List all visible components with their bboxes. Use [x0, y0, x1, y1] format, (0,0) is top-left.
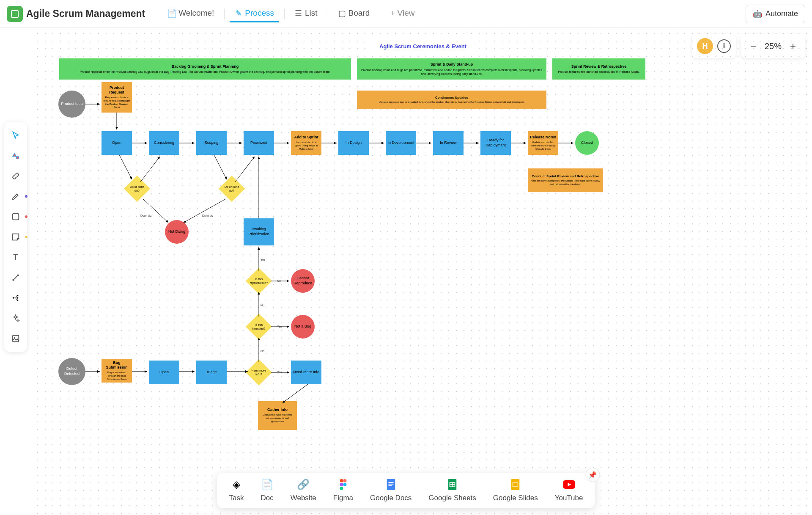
insert-website[interactable]: 🔗Website — [291, 479, 316, 502]
phase-review[interactable]: Sprint Review & Retrospective Product fe… — [552, 58, 645, 80]
node-subtitle: Requester submits a feature request thro… — [103, 96, 130, 109]
node-need-more[interactable]: Need more info? — [246, 359, 272, 386]
list-icon: ☰ — [295, 9, 302, 17]
left-toolbar — [4, 122, 27, 352]
node-subtitle: Bug is submitted through the Bug Submiss… — [103, 371, 130, 381]
pen-tool[interactable] — [6, 187, 25, 206]
mindmap-tool[interactable] — [6, 289, 25, 307]
node-intended[interactable]: Is this intended? — [246, 314, 272, 340]
svg-rect-21 — [511, 479, 520, 490]
node-bug-submission[interactable]: Bug Submission Bug is submitted through … — [102, 359, 132, 383]
insert-gdocs[interactable]: Google Docs — [370, 479, 411, 502]
svg-point-9 — [343, 479, 346, 482]
add-view-label: + View — [390, 8, 414, 18]
tab-process[interactable]: ✎ Process — [230, 5, 279, 22]
phase-sprint[interactable]: Sprint & Daily Stand-up Product backlog … — [357, 58, 546, 80]
node-title: Gather Info — [267, 408, 288, 413]
node-defect[interactable]: Defect Detected — [58, 358, 85, 385]
arrow-label: Don't do — [140, 214, 151, 217]
insert-gsheets[interactable]: Google Sheets — [428, 479, 476, 502]
tab-list[interactable]: ☰ List — [290, 5, 323, 22]
phase-subtitle: Product requests enter the Product Backl… — [80, 70, 330, 74]
automate-button[interactable]: 🤖 Automate — [746, 5, 805, 23]
arrow-label: Yes — [261, 258, 265, 261]
link-tool[interactable] — [6, 167, 25, 185]
app-icon[interactable] — [7, 6, 23, 22]
node-triage[interactable]: Triage — [196, 361, 227, 384]
diagram-title: Agile Scrum Ceremonies & Event — [371, 40, 475, 53]
whiteboard-canvas[interactable]: Agile Scrum Ceremonies & Event Backlog G… — [34, 30, 812, 515]
node-in-design[interactable]: In Design — [338, 131, 369, 155]
svg-point-4 — [17, 297, 19, 299]
ai-tool[interactable] — [6, 309, 25, 328]
tab-label: Board — [348, 8, 370, 18]
svg-point-2 — [13, 297, 14, 299]
shapes-tool[interactable] — [6, 146, 25, 165]
node-do-dont-2[interactable]: Do or don't do? — [219, 176, 245, 202]
node-scoping[interactable]: Scoping — [196, 131, 227, 155]
node-label: Do or don't do? — [129, 185, 145, 193]
node-prioritized[interactable]: Prioritized — [244, 131, 274, 155]
image-tool[interactable] — [6, 329, 25, 348]
svg-point-10 — [340, 483, 343, 486]
doc-pin-icon: 📄 — [168, 9, 176, 17]
text-tool[interactable] — [6, 248, 25, 267]
node-title: Conduct Sprint Review and Retrospective — [532, 174, 599, 179]
node-retro[interactable]: Conduct Sprint Review and Retrospective … — [528, 168, 603, 192]
node-ready-deploy[interactable]: Ready for Deployment — [480, 131, 511, 155]
node-title: Release Notes — [530, 135, 556, 140]
node-release-notes[interactable]: Release Notes Update and publish Release… — [528, 131, 558, 155]
svg-rect-15 — [388, 484, 393, 485]
gsheets-icon — [447, 479, 458, 490]
svg-rect-1 — [13, 214, 19, 220]
connector-tool[interactable] — [6, 268, 25, 287]
node-reproducible[interactable]: Is this reproducible? — [246, 268, 272, 294]
select-tool[interactable] — [6, 126, 25, 145]
insert-task[interactable]: ◈Task — [229, 479, 244, 502]
rectangle-tool[interactable] — [6, 207, 25, 226]
node-considering[interactable]: Considering — [149, 131, 179, 155]
node-add-sprint[interactable]: Add to Sprint Item is added to a Sprint … — [291, 131, 321, 155]
item-label: YouTube — [555, 494, 583, 502]
node-do-dont-1[interactable]: Do or don't do? — [124, 176, 150, 202]
node-in-dev[interactable]: In Development — [386, 131, 416, 155]
phase-subtitle: Product features are launched and includ… — [558, 70, 640, 74]
node-open[interactable]: Open — [102, 131, 132, 155]
arrow-label: No — [261, 350, 264, 353]
node-open-2[interactable]: Open — [149, 361, 179, 384]
pin-button[interactable]: 📌 — [585, 468, 600, 482]
sticky-note-tool[interactable] — [6, 228, 25, 246]
tab-welcome[interactable]: 📄 Welcome! — [163, 5, 219, 22]
insert-figma[interactable]: Figma — [333, 479, 353, 502]
node-title: Continuous Updates — [435, 96, 468, 100]
node-product-idea[interactable]: Product Idea — [58, 91, 85, 118]
phase-backlog[interactable]: Backlog Grooming & Sprint Planning Produ… — [59, 58, 351, 80]
arrow-label: Yes — [277, 325, 282, 328]
svg-point-7 — [14, 337, 15, 338]
node-not-bug[interactable]: Not a Bug — [291, 315, 315, 339]
node-in-review[interactable]: In Review — [433, 131, 464, 155]
tab-board[interactable]: ▢ Board — [333, 5, 375, 22]
svg-rect-6 — [13, 336, 19, 342]
figma-icon — [337, 479, 349, 490]
node-gather[interactable]: Gather Info Collaborate with requester u… — [258, 401, 297, 430]
top-bar: Agile Scrum Management 📄 Welcome! ✎ Proc… — [0, 0, 812, 28]
node-need-more-info[interactable]: Need More Info — [291, 361, 321, 384]
svg-point-12 — [340, 487, 343, 490]
node-cannot-repro[interactable]: Cannot Reproduce — [291, 269, 315, 293]
node-subtitle: Update and publish Release Notes using C… — [529, 141, 557, 151]
insert-youtube[interactable]: YouTube — [555, 479, 583, 502]
node-product-request[interactable]: Product Request Requester submits a feat… — [102, 82, 132, 113]
add-view-button[interactable]: + View — [385, 5, 420, 22]
node-closed[interactable]: Closed — [575, 131, 599, 155]
node-title: Add to Sprint — [294, 135, 318, 140]
node-not-doing[interactable]: Not Doing — [165, 220, 189, 244]
node-awaiting[interactable]: Awaiting Prioritization — [244, 218, 274, 245]
insert-doc[interactable]: 📄Doc — [261, 479, 273, 502]
insert-gslides[interactable]: Google Slides — [493, 479, 538, 502]
page-title: Agile Scrum Management — [26, 8, 145, 19]
arrow-label: Don't do — [202, 214, 213, 217]
continuous-updates[interactable]: Continuous Updates Updates on status can… — [357, 91, 546, 109]
node-subtitle: Collaborate with requester using comment… — [260, 413, 295, 423]
tab-label: Process — [245, 8, 274, 18]
